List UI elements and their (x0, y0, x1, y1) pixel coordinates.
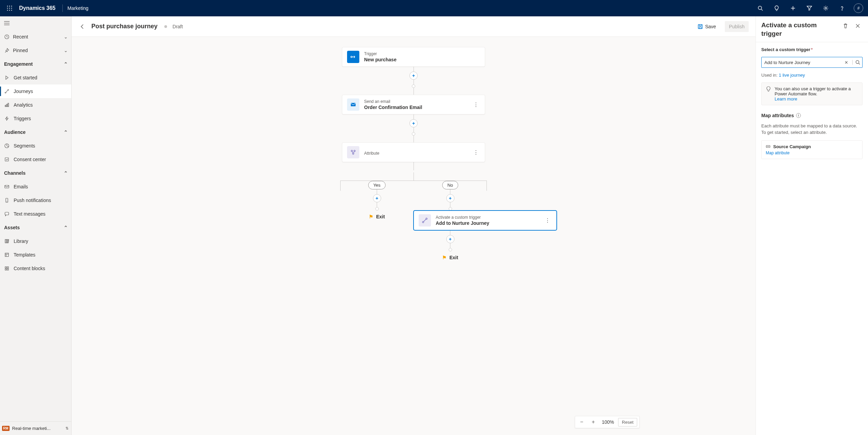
svg-rect-27 (5, 185, 9, 188)
nav-item-label: Content blocks (14, 266, 45, 271)
node-attribute[interactable]: Attribute ⋮ (342, 142, 485, 162)
svg-rect-26 (5, 158, 9, 161)
attribute-card[interactable]: Source Campaign Map attribute (761, 140, 863, 159)
zoom-value: 100% (600, 419, 615, 425)
app-launcher-button[interactable] (1, 0, 18, 16)
node-email[interactable]: Send an email Order Confirmation Email ⋮ (342, 95, 485, 114)
app-area-label[interactable]: Marketing (65, 5, 91, 11)
svg-point-47 (353, 153, 354, 154)
nav-recent[interactable]: Recent ⌄ (0, 30, 71, 44)
zoom-in-button[interactable]: + (589, 418, 598, 426)
panel-title: Activate a custom trigger (761, 21, 838, 38)
brand-label[interactable]: Dynamics 365 (18, 5, 58, 11)
nav-item-triggers[interactable]: Triggers (0, 112, 71, 125)
nav-group-engagement[interactable]: Engagement ⌃ (0, 57, 71, 71)
chevron-up-icon: ⌃ (64, 225, 68, 230)
node-sub-label: Send an email (364, 99, 422, 104)
area-switcher[interactable]: RM Real-time marketi... ⇅ (0, 421, 71, 435)
add-node-button[interactable]: + (446, 235, 454, 243)
info-learn-more-link[interactable]: Learn more (775, 96, 797, 102)
map-attribute-link[interactable]: Map attribute (766, 151, 858, 155)
field-icon (766, 144, 770, 149)
node-sub-label: Attribute (364, 151, 379, 156)
nav-item-analytics[interactable]: Analytics (0, 98, 71, 112)
add-node-button[interactable]: + (373, 194, 381, 202)
node-overflow-button[interactable]: ⋮ (543, 217, 552, 224)
consent-icon (4, 157, 10, 162)
global-search-button[interactable] (752, 0, 768, 16)
sms-icon (4, 211, 10, 217)
nav-item-label: Get started (14, 75, 37, 80)
lookup-clear-button[interactable]: ✕ (842, 60, 850, 65)
status-text: Draft (173, 24, 183, 29)
used-in-link[interactable]: 1 live journey (779, 73, 805, 78)
lightning-icon (4, 116, 10, 121)
nav-item-blocks[interactable]: Content blocks (0, 262, 71, 275)
nav-item-journeys[interactable]: Journeys (0, 84, 71, 98)
nav-collapse-button[interactable] (0, 16, 71, 30)
add-node-button[interactable]: + (446, 194, 454, 202)
zoom-reset-button[interactable]: Reset (618, 418, 637, 426)
svg-rect-30 (5, 212, 9, 215)
add-node-button[interactable]: + (409, 119, 418, 127)
page-title: Post purchase journey (91, 23, 158, 30)
waffle-icon (7, 5, 12, 11)
lightbulb-icon (766, 86, 771, 102)
nav-item-push[interactable]: Push notifications (0, 193, 71, 207)
back-button[interactable] (78, 24, 87, 29)
nav-pinned[interactable]: Pinned ⌄ (0, 44, 71, 57)
trigger-lookup-input[interactable]: Add to Nurture Journey ✕ (761, 57, 863, 68)
node-trigger[interactable]: Trigger New purchase (342, 47, 485, 67)
nav-item-emails[interactable]: Emails (0, 180, 71, 193)
node-overflow-button[interactable]: ⋮ (472, 102, 480, 108)
gear-icon (823, 5, 828, 11)
save-label: Save (705, 24, 716, 29)
panel-close-button[interactable] (853, 21, 863, 31)
user-avatar[interactable]: # (854, 3, 863, 13)
nav-item-sms[interactable]: Text messages (0, 207, 71, 221)
branch-label-yes[interactable]: Yes (368, 181, 386, 189)
global-help-button[interactable] (834, 0, 850, 16)
nav-item-consent[interactable]: Consent center (0, 153, 71, 166)
node-overflow-button[interactable]: ⋮ (472, 149, 480, 156)
svg-point-7 (9, 10, 10, 11)
info-icon[interactable]: i (796, 113, 801, 118)
search-icon (758, 5, 763, 11)
nav-item-label: Triggers (14, 116, 31, 121)
nav-item-library[interactable]: Library (0, 234, 71, 248)
required-indicator: * (811, 47, 813, 52)
node-custom-trigger[interactable]: Activate a custom trigger Add to Nurture… (414, 211, 557, 230)
nav-item-label: Consent center (14, 157, 46, 162)
journey-canvas[interactable]: Trigger New purchase + Send an email (72, 37, 755, 435)
lookup-search-button[interactable] (852, 60, 860, 65)
blocks-icon (4, 266, 10, 271)
nav-group-audience[interactable]: Audience ⌃ (0, 125, 71, 139)
nav-group-label: Audience (4, 129, 26, 135)
svg-point-9 (758, 6, 762, 10)
global-add-button[interactable] (785, 0, 801, 16)
nav-group-assets[interactable]: Assets ⌃ (0, 221, 71, 234)
svg-rect-42 (699, 27, 701, 29)
global-settings-button[interactable] (818, 0, 834, 16)
svg-rect-22 (5, 105, 6, 107)
branch-label-no[interactable]: No (442, 181, 458, 189)
nav-item-label: Templates (14, 252, 35, 258)
nav-item-templates[interactable]: Templates (0, 248, 71, 262)
svg-rect-37 (5, 267, 6, 268)
panel-delete-button[interactable] (841, 21, 850, 31)
save-button[interactable]: Save (693, 21, 720, 32)
nav-group-label: Engagement (4, 61, 33, 67)
nav-item-get-started[interactable]: Get started (0, 71, 71, 84)
global-filter-button[interactable] (801, 0, 818, 16)
zoom-out-button[interactable]: − (577, 418, 586, 426)
help-icon (839, 5, 845, 11)
svg-point-6 (7, 10, 8, 11)
assistant-button[interactable] (768, 0, 785, 16)
publish-button[interactable]: Publish (725, 21, 749, 32)
node-main-label: New purchase (364, 57, 396, 62)
nav-group-channels[interactable]: Channels ⌃ (0, 166, 71, 180)
add-node-button[interactable]: + (409, 72, 418, 80)
connector-endpoint (412, 132, 415, 136)
svg-point-3 (7, 8, 8, 9)
nav-item-segments[interactable]: Segments (0, 139, 71, 153)
